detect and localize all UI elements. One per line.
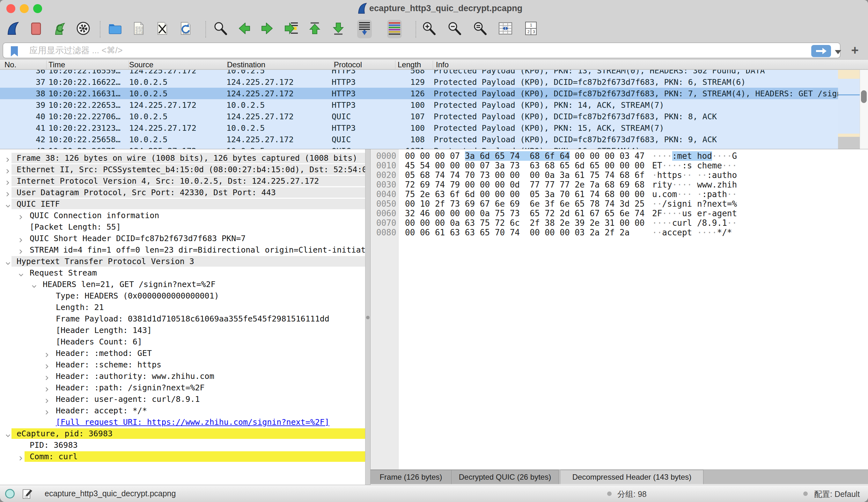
hex-bytes[interactable]: 72 69 74 79 00 00 00 0d 77 77 77 2e 7a 6… bbox=[405, 180, 644, 189]
save-file-button[interactable]: 010100110101110 bbox=[131, 20, 146, 38]
zoom-in-button[interactable] bbox=[422, 20, 436, 38]
tree-row[interactable]: [Full request URI: https://www.zhihu.com… bbox=[0, 417, 365, 428]
chevron-right-icon[interactable] bbox=[44, 397, 49, 406]
chevron-down-icon[interactable] bbox=[5, 201, 11, 211]
column-header-destination[interactable]: Destination bbox=[227, 60, 265, 69]
tree-row[interactable]: [Header Length: 143] bbox=[0, 325, 365, 336]
layout-button[interactable]: 123 bbox=[524, 20, 538, 38]
tree-row[interactable]: [Headers Count: 6] bbox=[0, 336, 365, 348]
hex-row-0070[interactable]: 007000 00 00 0a 63 75 72 6c 2f 38 2e 39 … bbox=[371, 218, 868, 228]
tree-row[interactable]: Internet Protocol Version 4, Src: 10.0.2… bbox=[0, 175, 365, 187]
hex-bytes[interactable]: 00 06 61 63 63 65 70 74 00 00 00 03 2a 2… bbox=[405, 228, 630, 237]
column-separator[interactable] bbox=[433, 61, 433, 69]
hex-bytes[interactable]: 75 2e 63 6f 6d 00 00 00 05 3a 70 61 74 6… bbox=[405, 189, 644, 199]
zoom-window-button[interactable] bbox=[33, 4, 42, 13]
close-file-button[interactable] bbox=[155, 20, 169, 38]
column-header-no[interactable]: No. bbox=[4, 60, 16, 69]
tree-row[interactable]: Header: user-agent: curl/8.9.1 bbox=[0, 393, 365, 405]
column-separator[interactable] bbox=[46, 61, 46, 69]
chevron-right-icon[interactable] bbox=[18, 454, 23, 463]
tree-row[interactable]: Header: :scheme: https bbox=[0, 359, 365, 371]
hex-row-0030[interactable]: 003072 69 74 79 00 00 00 0d 77 77 77 2e … bbox=[371, 180, 868, 189]
reload-file-button[interactable]: 0110 bbox=[178, 20, 193, 38]
hex-ascii[interactable]: ··accept ····*/* bbox=[652, 228, 732, 237]
column-header-info[interactable]: Info bbox=[436, 60, 449, 69]
tree-row[interactable]: HEADERS len=21, GET /signin?next=%2F bbox=[0, 279, 365, 290]
expert-info-icon[interactable] bbox=[5, 489, 15, 499]
tree-row[interactable]: Frame 38: 126 bytes on wire (1008 bits),… bbox=[0, 152, 365, 164]
pane-splitter[interactable] bbox=[365, 149, 371, 485]
find-packet-button[interactable] bbox=[213, 20, 228, 38]
restart-capture-button[interactable] bbox=[52, 20, 67, 38]
chevron-right-icon[interactable] bbox=[5, 178, 10, 187]
display-filter-input[interactable] bbox=[29, 44, 763, 57]
go-first-packet-button[interactable] bbox=[307, 20, 322, 38]
packet-row-39[interactable]: 3910:20:22.22653…124.225.27.17210.0.2.5H… bbox=[0, 99, 838, 111]
chevron-down-icon[interactable] bbox=[5, 431, 11, 440]
byte-view-tab-2[interactable]: Decompressed Header (143 bytes) bbox=[561, 470, 703, 484]
display-filter-field[interactable] bbox=[2, 42, 840, 58]
apply-filter-button[interactable] bbox=[811, 45, 831, 57]
chevron-right-icon[interactable] bbox=[5, 155, 10, 165]
colorize-button[interactable] bbox=[387, 20, 402, 38]
tree-row[interactable]: Type: HEADERS (0x0000000000000001) bbox=[0, 290, 365, 302]
hex-row-0010[interactable]: 001045 54 00 00 00 07 3a 73 63 68 65 6d … bbox=[371, 161, 868, 170]
tree-row[interactable]: Header: :path: /signin?next=%2F bbox=[0, 382, 365, 393]
go-back-button[interactable] bbox=[237, 20, 251, 38]
byte-view-tab-0[interactable]: Frame (126 bytes) bbox=[371, 470, 452, 484]
chevron-right-icon[interactable] bbox=[44, 408, 49, 417]
tree-row[interactable]: QUIC IETF bbox=[0, 198, 365, 210]
chevron-right-icon[interactable] bbox=[5, 190, 10, 199]
tree-row[interactable]: PID: 36983 bbox=[0, 440, 365, 451]
tree-row[interactable]: QUIC Connection information bbox=[0, 210, 365, 221]
tree-row[interactable]: eCapture, pid: 36983 bbox=[0, 428, 365, 440]
packet-row-42[interactable]: 4210:20:22.25658…10.0.2.5124.225.27.172Q… bbox=[0, 134, 838, 145]
hex-ascii[interactable]: ET····:s cheme··· bbox=[652, 161, 737, 170]
minimize-window-button[interactable] bbox=[20, 4, 29, 13]
chevron-right-icon[interactable] bbox=[44, 362, 49, 371]
hex-ascii[interactable]: ··/signi n?next=% bbox=[652, 199, 737, 208]
capture-options-gear-button[interactable] bbox=[76, 20, 91, 38]
packet-row-40[interactable]: 4010:20:22.22706…10.0.2.5124.225.27.172Q… bbox=[0, 111, 838, 122]
packet-list-scrollbar-thumb[interactable] bbox=[861, 90, 867, 103]
capture-comment-icon[interactable] bbox=[22, 488, 33, 501]
hex-ascii[interactable]: ····curl /8.9.1·· bbox=[652, 218, 737, 228]
hex-row-0060[interactable]: 006032 46 00 00 00 0a 75 73 65 72 2d 61 … bbox=[371, 208, 868, 218]
chevron-right-icon[interactable] bbox=[44, 373, 49, 383]
add-filter-button[interactable]: + bbox=[845, 41, 865, 59]
go-forward-button[interactable] bbox=[260, 20, 275, 38]
hex-row-0050[interactable]: 005000 10 2f 73 69 67 6e 69 6e 3f 6e 65 … bbox=[371, 199, 868, 208]
column-separator[interactable] bbox=[334, 61, 334, 69]
tree-row[interactable]: Header: accept: */* bbox=[0, 405, 365, 417]
splitter-handle[interactable] bbox=[366, 316, 370, 319]
stop-capture-button[interactable] bbox=[29, 20, 43, 38]
hex-bytes[interactable]: 00 00 00 07 3a 6d 65 74 68 6f 64 00 00 0… bbox=[405, 151, 644, 161]
tree-row[interactable]: Hypertext Transfer Protocol Version 3 bbox=[0, 256, 365, 267]
tree-row[interactable]: Header: :method: GET bbox=[0, 348, 365, 359]
zoom-actual-button[interactable] bbox=[473, 20, 487, 38]
hex-ascii[interactable]: u.com··· ·:path·· bbox=[652, 189, 737, 199]
wireshark-start-button[interactable] bbox=[6, 20, 20, 38]
tree-row[interactable]: Ethernet II, Src: PCSSystemtec_b4:15:0d … bbox=[0, 164, 365, 175]
hex-row-0040[interactable]: 004075 2e 63 6f 6d 00 00 00 05 3a 70 61 … bbox=[371, 189, 868, 199]
chevron-right-icon[interactable] bbox=[18, 247, 23, 256]
tree-row[interactable]: Frame Payload: 0381d1d710518c61069aa355f… bbox=[0, 313, 365, 325]
column-separator[interactable] bbox=[128, 61, 129, 69]
chevron-down-icon[interactable] bbox=[5, 259, 11, 268]
hex-bytes[interactable]: 05 68 74 74 70 73 00 00 00 0a 3a 61 75 7… bbox=[405, 170, 644, 180]
hex-bytes[interactable]: 45 54 00 00 00 07 3a 73 63 68 65 6d 65 0… bbox=[405, 161, 644, 170]
open-file-folder-button[interactable] bbox=[108, 20, 123, 38]
hex-ascii[interactable]: 2F····us er-agent bbox=[652, 208, 737, 218]
tree-row[interactable]: Request Stream bbox=[0, 267, 365, 279]
full-request-uri-link[interactable]: [Full request URI: https://www.zhihu.com… bbox=[56, 418, 329, 427]
packet-list-minimap[interactable] bbox=[838, 70, 860, 149]
column-separator[interactable] bbox=[227, 61, 227, 69]
column-separator[interactable] bbox=[395, 61, 395, 69]
zoom-out-button[interactable] bbox=[447, 20, 462, 38]
tree-row[interactable]: User Datagram Protocol, Src Port: 42330,… bbox=[0, 187, 365, 198]
byte-view-tab-1[interactable]: Decrypted QUIC (26 bytes) bbox=[452, 470, 559, 484]
hex-bytes[interactable]: 00 10 2f 73 69 67 6e 69 6e 3f 6e 65 78 7… bbox=[405, 199, 644, 208]
chevron-right-icon[interactable] bbox=[5, 167, 10, 176]
packet-list-scrollbar[interactable] bbox=[860, 70, 868, 149]
tree-row[interactable]: Comm: curl bbox=[0, 451, 365, 462]
